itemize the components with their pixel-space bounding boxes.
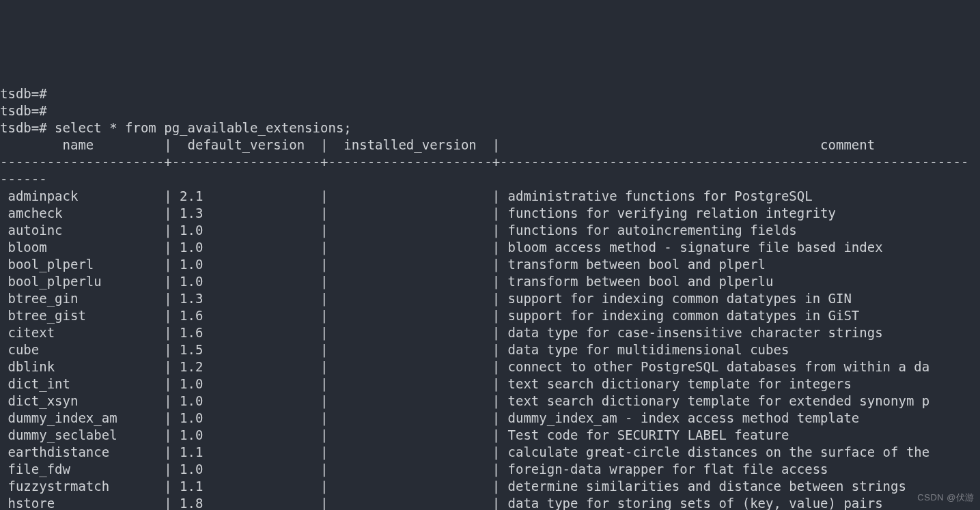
command-line: tsdb=# select * from pg_available_extens… — [0, 120, 352, 135]
table-row: cube | 1.5 | | data type for multidimens… — [0, 342, 789, 357]
table-row: fuzzystrmatch | 1.1 | | determine simila… — [0, 479, 906, 494]
terminal-output[interactable]: tsdb=# tsdb=# tsdb=# select * from pg_av… — [0, 85, 980, 510]
table-row: btree_gist | 1.6 | | support for indexin… — [0, 308, 859, 323]
table-header: name | default_version | installed_versi… — [0, 137, 875, 152]
table-separator-wrap: ------ — [0, 171, 47, 186]
table-row: earthdistance | 1.1 | | calculate great-… — [0, 444, 929, 459]
table-row: btree_gin | 1.3 | | support for indexing… — [0, 291, 852, 306]
table-row: hstore | 1.8 | | data type for storing s… — [0, 496, 883, 510]
table-row: dict_xsyn | 1.0 | | text search dictiona… — [0, 393, 929, 408]
prompt-line-2: tsdb=# — [0, 103, 47, 118]
table-row: dummy_seclabel | 1.0 | | Test code for S… — [0, 427, 789, 442]
table-row: citext | 1.6 | | data type for case-inse… — [0, 325, 883, 340]
table-row: dblink | 1.2 | | connect to other Postgr… — [0, 359, 929, 374]
table-row: autoinc | 1.0 | | functions for autoincr… — [0, 223, 797, 238]
table-row: dummy_index_am | 1.0 | | dummy_index_am … — [0, 410, 859, 425]
table-row: bool_plperlu | 1.0 | | transform between… — [0, 274, 773, 289]
prompt-line-1: tsdb=# — [0, 86, 47, 101]
table-row: bool_plperl | 1.0 | | transform between … — [0, 257, 766, 272]
table-row: amcheck | 1.3 | | functions for verifyin… — [0, 206, 836, 221]
watermark: CSDN @伏游 — [917, 489, 975, 506]
table-row: bloom | 1.0 | | bloom access method - si… — [0, 240, 883, 255]
table-row: file_fdw | 1.0 | | foreign-data wrapper … — [0, 462, 828, 477]
table-row: adminpack | 2.1 | | administrative funct… — [0, 188, 813, 203]
table-separator: ---------------------+------------------… — [0, 154, 968, 169]
table-row: dict_int | 1.0 | | text search dictionar… — [0, 376, 852, 391]
